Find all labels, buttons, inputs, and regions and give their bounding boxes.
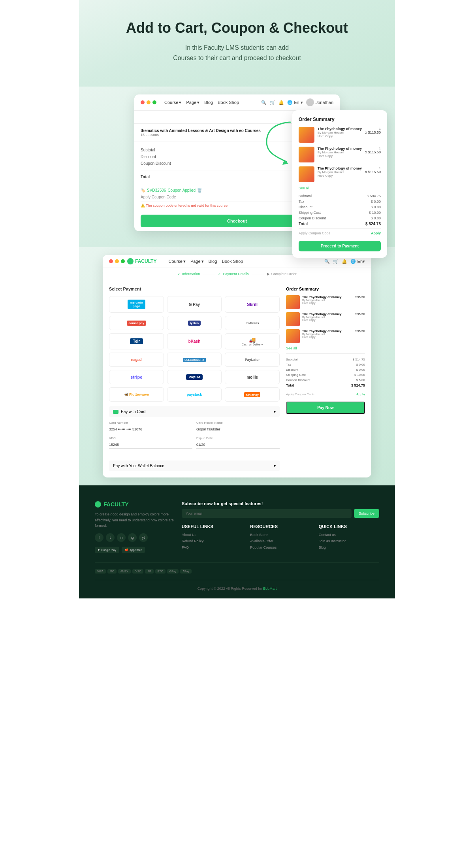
checkout-dot-green[interactable] xyxy=(121,259,125,263)
cart-item-info: thematics with Animated Lessons & Art De… xyxy=(141,128,292,137)
user-avatar[interactable]: Jonathan xyxy=(306,98,333,106)
social-youtube[interactable]: yt xyxy=(139,533,148,542)
nav-bookshop[interactable]: Book Shop xyxy=(218,100,239,105)
checkout-course[interactable]: Course▾ xyxy=(168,259,185,264)
os-shipping: Shipping Cost $ 10.00 xyxy=(299,210,381,215)
footer-link-instructor[interactable]: Join as Instructor xyxy=(319,539,379,543)
os-apply-btn[interactable]: Apply xyxy=(371,231,381,235)
language-selector[interactable]: 🌐 En ▾ xyxy=(287,100,303,105)
step-payment[interactable]: ✓ Payment Details xyxy=(218,272,249,276)
payment-badge: GPay xyxy=(167,569,179,574)
payment-grid: mercadopago G Pay Skrill aamar pay iyzic… xyxy=(109,296,280,402)
pm-flutterwave[interactable]: 🦋 Flutterwave xyxy=(109,387,164,402)
google-play-btn[interactable]: ▶ Google Play xyxy=(95,547,119,553)
checkout-page[interactable]: Page▾ xyxy=(190,259,204,264)
pm-midtrans[interactable]: midtrans xyxy=(225,316,280,330)
cart-icon[interactable]: 🛒 xyxy=(270,100,275,105)
checkout-blog[interactable]: Blog xyxy=(209,259,217,264)
subscribe-button[interactable]: Subscribe xyxy=(354,509,379,518)
nav-icons: 🔍 🛒 🔔 🌐 En ▾ Jonathan xyxy=(261,98,333,106)
co-apply-btn[interactable]: Apply xyxy=(356,392,365,396)
dot-yellow[interactable] xyxy=(147,100,150,104)
footer-link-bookstore[interactable]: Book Store xyxy=(250,533,310,537)
pm-stripe[interactable]: stripe xyxy=(109,370,164,384)
order-item-1: The Phychology of money By Morgan Housel… xyxy=(299,127,381,143)
footer-link-about[interactable]: About Us xyxy=(182,533,242,537)
pm-gpay[interactable]: G Pay xyxy=(167,296,222,313)
dot-red[interactable] xyxy=(141,100,145,104)
pm-mollie[interactable]: mollie xyxy=(225,370,280,384)
remove-coupon-icon[interactable]: 🗑️ xyxy=(197,188,202,192)
checkout-notification-icon[interactable]: 🔔 xyxy=(342,259,347,264)
footer-link-contact[interactable]: Contact us xyxy=(319,533,379,537)
pm-sslcommerz[interactable]: SSLCOMMERZ xyxy=(167,353,222,367)
footer-link-popular[interactable]: Popular Courses xyxy=(250,545,310,549)
co-thumb-3 xyxy=(286,329,300,343)
checkout-dot-red[interactable] xyxy=(109,259,113,263)
card-number-input[interactable] xyxy=(109,426,192,433)
cart-section: Course ▾ Page ▾ Blog Book Shop 🔍 🛒 🔔 🌐 E… xyxy=(79,87,395,247)
pm-paylater[interactable]: PayLater xyxy=(225,353,280,367)
co-item-3: The Phychology of money By Morgan Housel… xyxy=(286,329,365,343)
pm-telr[interactable]: Telr xyxy=(109,333,164,349)
pm-aamarpay[interactable]: aamar pay xyxy=(109,316,164,330)
wallet-toggle[interactable]: Pay with Your Wallet Balance ▾ xyxy=(109,460,280,471)
wallet-section: Pay with Your Wallet Balance ▾ xyxy=(109,460,280,471)
pm-cod[interactable]: 🚚 Cash on Delivery xyxy=(225,333,280,349)
pm-skrill[interactable]: Skrill xyxy=(225,296,280,313)
expiry-input[interactable] xyxy=(196,441,280,449)
see-all-link[interactable]: See all xyxy=(299,186,381,190)
avatar-image xyxy=(306,98,314,106)
step-complete[interactable]: ▶ Complete Order xyxy=(267,272,297,276)
co-tax: Tax $ 0.00 xyxy=(286,362,365,367)
pm-paytm[interactable]: PayTM xyxy=(167,370,222,384)
proceed-payment-btn[interactable]: Proceed to Payment xyxy=(299,241,381,251)
social-linkedin[interactable]: in xyxy=(117,533,126,542)
pay-card-toggle[interactable]: Pay with Card ▾ xyxy=(109,406,280,417)
cart-nav: Course ▾ Page ▾ Blog Book Shop 🔍 🛒 🔔 🌐 E… xyxy=(134,94,340,111)
pm-iyzico[interactable]: iyzico xyxy=(167,316,222,330)
social-instagram[interactable]: ig xyxy=(128,533,137,542)
pm-kkiapay[interactable]: KKiaPay xyxy=(225,387,280,402)
pay-now-button[interactable]: Pay Now xyxy=(286,402,365,414)
social-twitter[interactable]: t xyxy=(106,533,115,542)
footer-copyright: Copyright © 2022 All Rights Reserved for… xyxy=(95,580,379,591)
footer-apps: ▶ Google Play 🍎 App Store xyxy=(95,547,174,553)
email-input[interactable] xyxy=(182,509,352,518)
pm-bkash[interactable]: bKash xyxy=(167,333,222,349)
footer-quick-links: QUICK LINKS Contact us Join as Instructo… xyxy=(319,524,379,552)
footer-link-refund[interactable]: Refund Policy xyxy=(182,539,242,543)
card-icon xyxy=(113,410,118,414)
step1-icon: ✓ xyxy=(177,272,181,276)
app-store-btn[interactable]: 🍎 App Store xyxy=(122,547,145,553)
nav-page[interactable]: Page ▾ xyxy=(186,100,199,105)
card-holder-input[interactable] xyxy=(196,426,280,433)
footer-link-offer[interactable]: Available Offer xyxy=(250,539,310,543)
pm-paystack[interactable]: paystack xyxy=(167,387,222,402)
co-see-all[interactable]: See all xyxy=(286,346,365,350)
footer-logo-icon xyxy=(95,501,101,508)
checkout-steps: ✓ Information ✓ Payment Details ▶ Comple… xyxy=(103,268,371,280)
footer-top-row: FACULTY To create good design and employ… xyxy=(95,501,379,553)
faculty-logo: FACULTY xyxy=(127,258,156,264)
footer-link-blog[interactable]: Blog xyxy=(319,545,379,549)
nav-links: Course ▾ Page ▾ Blog Book Shop xyxy=(164,100,239,105)
notification-icon[interactable]: 🔔 xyxy=(278,100,284,105)
pm-mercado[interactable]: mercadopago xyxy=(109,296,164,313)
checkout-language[interactable]: 🌐 En▾ xyxy=(350,259,365,264)
step-information[interactable]: ✓ Information xyxy=(177,272,200,276)
footer-link-faq[interactable]: FAQ xyxy=(182,545,242,549)
checkout-search-icon[interactable]: 🔍 xyxy=(324,259,330,264)
pm-nagad[interactable]: nagad xyxy=(109,353,164,367)
vdc-input[interactable] xyxy=(109,441,192,449)
dot-green[interactable] xyxy=(152,100,156,104)
checkout-cart-icon[interactable]: 🛒 xyxy=(333,259,339,264)
card-chevron-icon: ▾ xyxy=(274,409,276,414)
nav-course[interactable]: Course ▾ xyxy=(164,100,181,105)
search-icon[interactable]: 🔍 xyxy=(261,100,267,105)
social-facebook[interactable]: f xyxy=(95,533,103,542)
checkout-bookshop[interactable]: Book Shop xyxy=(222,259,243,264)
nav-blog[interactable]: Blog xyxy=(204,100,213,105)
checkout-dot-yellow[interactable] xyxy=(115,259,119,263)
co-shipping: Shipping Cost $ 10.00 xyxy=(286,372,365,377)
